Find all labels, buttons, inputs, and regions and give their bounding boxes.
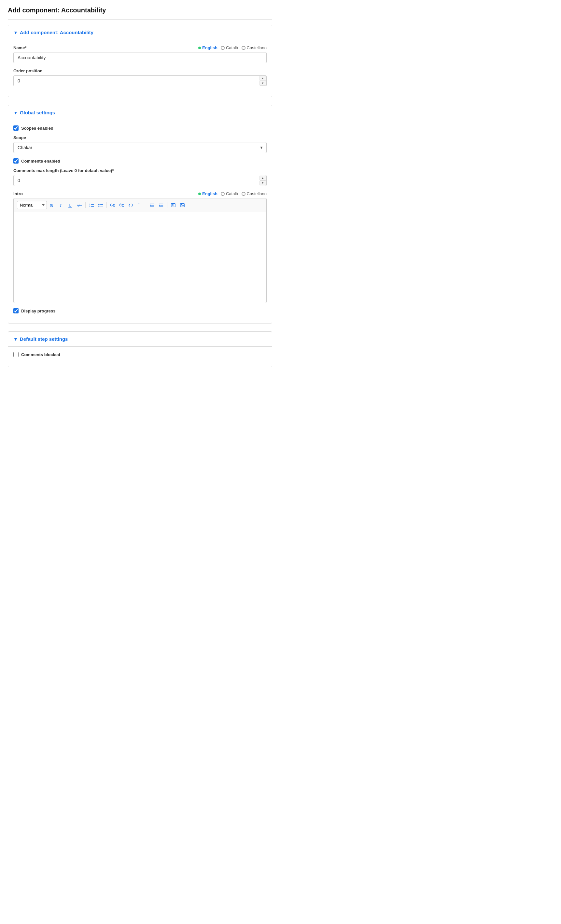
lang-castellano-label: Castellano xyxy=(247,45,267,50)
comments-max-length-up[interactable]: ▲ xyxy=(259,176,266,180)
scopes-enabled-checkbox[interactable] xyxy=(13,125,19,130)
svg-text:": " xyxy=(138,203,140,207)
section-default-step-settings-body: Comments blocked xyxy=(8,346,272,367)
code-button[interactable] xyxy=(127,201,135,209)
comments-blocked-label[interactable]: Comments blocked xyxy=(21,352,60,357)
outdent-button[interactable] xyxy=(157,201,165,209)
comments-blocked-checkbox[interactable] xyxy=(13,352,19,357)
toolbar-separator-4 xyxy=(167,202,168,208)
order-position-down[interactable]: ▼ xyxy=(259,81,266,86)
unlink-button[interactable] xyxy=(118,201,126,209)
format-select[interactable]: Normal Heading 1 Heading 2 Heading 3 xyxy=(17,201,47,209)
editor-toolbar: Normal Heading 1 Heading 2 Heading 3 B I… xyxy=(13,198,267,212)
toolbar-separator-2 xyxy=(106,202,107,208)
comments-max-length-wrapper: ▲ ▼ xyxy=(13,175,267,186)
toolbar-separator-3 xyxy=(146,202,146,208)
strikethrough-button[interactable]: S xyxy=(76,201,83,209)
section-default-step-settings: ▼ Default step settings Comments blocked xyxy=(8,332,272,367)
intro-lang-option-castellano[interactable]: Castellano xyxy=(242,191,267,196)
intro-lang-option-catala[interactable]: Català xyxy=(221,191,238,196)
name-field-label-row: Name* English Català Castellano xyxy=(13,45,267,50)
toolbar-separator-1 xyxy=(85,202,86,208)
comments-blocked-row: Comments blocked xyxy=(13,352,267,357)
svg-text:B: B xyxy=(50,203,53,207)
comments-max-length-input[interactable] xyxy=(13,175,267,186)
name-field-group: Name* English Català Castellano xyxy=(13,45,267,63)
italic-button[interactable]: I xyxy=(57,201,65,209)
comments-max-length-down[interactable]: ▼ xyxy=(259,180,266,185)
unordered-list-button[interactable] xyxy=(97,201,105,209)
name-lang-selector: English Català Castellano xyxy=(198,45,267,50)
lang-catala-label: Català xyxy=(226,45,238,50)
link-button[interactable] xyxy=(109,201,117,209)
section-add-component: ▼ Add component: Accountability Name* En… xyxy=(8,25,272,97)
scope-field-group: Scope Chakar ▼ xyxy=(13,135,267,153)
page-title: Add component: Accountability xyxy=(8,6,272,14)
scope-label: Scope xyxy=(13,135,267,140)
intro-label: Intro xyxy=(13,191,23,196)
section-default-step-settings-header[interactable]: ▼ Default step settings xyxy=(8,332,272,346)
comments-enabled-label[interactable]: Comments enabled xyxy=(21,159,60,164)
comments-max-length-label: Comments max length (Leave 0 for default… xyxy=(13,168,267,173)
comments-max-length-field-group: Comments max length (Leave 0 for default… xyxy=(13,168,267,186)
intro-field-group: Intro English Català Castellano xyxy=(13,191,267,303)
order-position-wrapper: ▲ ▼ xyxy=(13,75,267,86)
lang-radio-catala xyxy=(221,46,224,50)
intro-lang-selector: English Català Castellano xyxy=(198,191,267,196)
lang-option-catala[interactable]: Català xyxy=(221,45,238,50)
lang-active-dot xyxy=(198,46,201,49)
scopes-enabled-row: Scopes enabled xyxy=(13,125,267,130)
lang-option-castellano[interactable]: Castellano xyxy=(242,45,267,50)
comments-enabled-checkbox[interactable] xyxy=(13,158,19,164)
intro-lang-castellano-label: Castellano xyxy=(247,191,267,196)
image-button[interactable] xyxy=(178,201,186,209)
embed-button[interactable] xyxy=(169,201,177,209)
svg-text:I: I xyxy=(60,203,61,207)
section-add-component-header[interactable]: ▼ Add component: Accountability xyxy=(8,25,272,40)
section-add-component-title[interactable]: Add component: Accountability xyxy=(20,30,93,35)
order-position-spinners: ▲ ▼ xyxy=(259,76,266,86)
order-position-label: Order position xyxy=(13,68,267,73)
section-default-step-settings-title[interactable]: Default step settings xyxy=(20,336,68,342)
ordered-list-button[interactable]: 1. 2. xyxy=(88,201,96,209)
svg-text:2.: 2. xyxy=(89,205,91,207)
svg-point-12 xyxy=(98,205,100,207)
default-step-chevron-icon: ▼ xyxy=(13,337,18,342)
section-global-settings-header[interactable]: ▼ Global settings xyxy=(8,105,272,120)
display-progress-checkbox[interactable] xyxy=(13,308,19,314)
intro-editor-body[interactable] xyxy=(13,212,267,303)
scope-select-wrapper: Chakar ▼ xyxy=(13,142,267,153)
scopes-enabled-label[interactable]: Scopes enabled xyxy=(21,126,53,130)
name-input[interactable] xyxy=(13,52,267,63)
intro-lang-active-dot xyxy=(198,192,201,195)
lang-option-english[interactable]: English xyxy=(198,45,217,50)
order-position-input[interactable] xyxy=(13,75,267,86)
lang-english-label: English xyxy=(202,45,217,50)
svg-text:U: U xyxy=(69,203,72,207)
blockquote-button[interactable]: " xyxy=(136,201,144,209)
section-add-component-body: Name* English Català Castellano xyxy=(8,40,272,97)
comments-max-length-spinners: ▲ ▼ xyxy=(259,176,266,185)
bold-button[interactable]: B xyxy=(48,201,56,209)
display-progress-label[interactable]: Display progress xyxy=(21,309,56,314)
underline-button[interactable]: U xyxy=(66,201,74,209)
scope-select[interactable]: Chakar xyxy=(13,142,267,153)
display-progress-row: Display progress xyxy=(13,308,267,314)
intro-lang-catala-label: Català xyxy=(226,191,238,196)
indent-button[interactable] xyxy=(148,201,156,209)
intro-lang-english-label: English xyxy=(202,191,217,196)
section-global-settings-body: Scopes enabled Scope Chakar ▼ Comments e… xyxy=(8,120,272,323)
intro-lang-radio-castellano xyxy=(242,192,245,196)
svg-line-14 xyxy=(120,203,124,207)
section-global-settings-title[interactable]: Global settings xyxy=(20,110,55,116)
svg-rect-23 xyxy=(172,204,174,206)
section-global-settings: ▼ Global settings Scopes enabled Scope C… xyxy=(8,105,272,324)
intro-lang-option-english[interactable]: English xyxy=(198,191,217,196)
intro-label-row: Intro English Català Castellano xyxy=(13,191,267,196)
intro-lang-radio-catala xyxy=(221,192,224,196)
comments-enabled-row: Comments enabled xyxy=(13,158,267,164)
svg-point-10 xyxy=(98,204,100,205)
svg-rect-24 xyxy=(180,203,184,207)
order-position-up[interactable]: ▲ xyxy=(259,76,266,81)
name-label: Name* xyxy=(13,45,26,50)
